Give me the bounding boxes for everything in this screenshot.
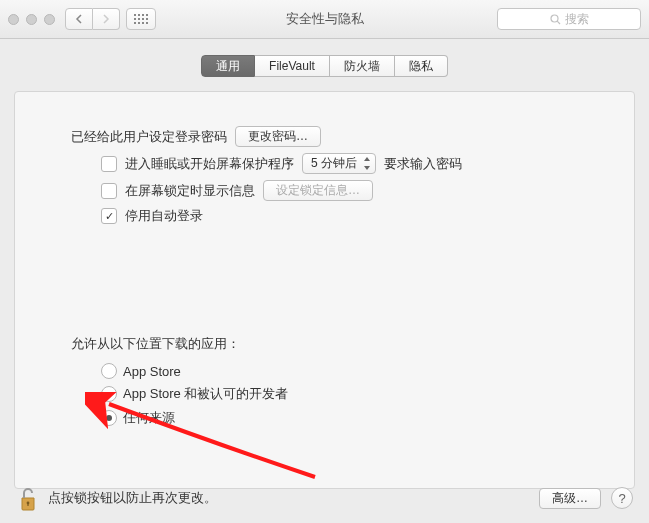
zoom-window-icon[interactable] — [44, 14, 55, 25]
search-placeholder: 搜索 — [565, 11, 589, 28]
disable-auto-login-label: 停用自动登录 — [125, 207, 203, 225]
svg-rect-9 — [138, 22, 140, 24]
password-set-label: 已经给此用户设定登录密码 — [71, 128, 227, 146]
search-icon — [550, 14, 561, 25]
svg-rect-7 — [146, 18, 148, 20]
tab-general[interactable]: 通用 — [201, 55, 255, 77]
svg-rect-4 — [134, 18, 136, 20]
search-input[interactable]: 搜索 — [497, 8, 641, 30]
download-sources-title: 允许从以下位置下载的应用： — [71, 335, 608, 353]
radio-anywhere-label: 任何来源 — [123, 409, 175, 427]
tab-label: 防火墙 — [344, 58, 380, 75]
forward-button[interactable] — [93, 8, 120, 30]
lock-message-checkbox[interactable] — [101, 183, 117, 199]
content-pane: 已经给此用户设定登录密码 更改密码… 进入睡眠或开始屏幕保护程序 5 分钟后 要… — [14, 91, 635, 489]
svg-point-12 — [551, 15, 558, 22]
change-password-button[interactable]: 更改密码… — [235, 126, 321, 147]
chevron-right-icon — [102, 14, 110, 24]
nav-buttons — [65, 8, 120, 30]
help-button[interactable]: ? — [611, 487, 633, 509]
close-window-icon[interactable] — [8, 14, 19, 25]
tab-label: FileVault — [269, 59, 315, 73]
tab-firewall[interactable]: 防火墙 — [330, 55, 395, 77]
require-password-label: 进入睡眠或开始屏幕保护程序 — [125, 155, 294, 173]
radio-identified-devs[interactable] — [101, 386, 117, 402]
lock-open-icon — [16, 484, 38, 512]
svg-rect-2 — [142, 14, 144, 16]
radio-anywhere[interactable] — [101, 410, 117, 426]
advanced-button[interactable]: 高级… — [539, 488, 601, 509]
footer: 点按锁按钮以防止再次更改。 高级… ? — [0, 473, 649, 523]
titlebar: 安全性与隐私 搜索 — [0, 0, 649, 39]
download-sources-section: 允许从以下位置下载的应用： App Store App Store 和被认可的开… — [41, 335, 608, 427]
radio-identified-devs-label: App Store 和被认可的开发者 — [123, 385, 288, 403]
svg-rect-5 — [138, 18, 140, 20]
lock-message-label: 在屏幕锁定时显示信息 — [125, 182, 255, 200]
tab-filevault[interactable]: FileVault — [255, 55, 330, 77]
svg-rect-10 — [142, 22, 144, 24]
disable-auto-login-checkbox[interactable] — [101, 208, 117, 224]
back-button[interactable] — [65, 8, 93, 30]
lock-text: 点按锁按钮以防止再次更改。 — [48, 489, 217, 507]
delay-select[interactable]: 5 分钟后 — [302, 153, 376, 174]
grid-icon — [134, 14, 148, 24]
tab-label: 通用 — [216, 58, 240, 75]
tab-label: 隐私 — [409, 58, 433, 75]
svg-rect-8 — [134, 22, 136, 24]
chevron-left-icon — [75, 14, 83, 24]
require-password-checkbox[interactable] — [101, 156, 117, 172]
svg-rect-6 — [142, 18, 144, 20]
help-icon: ? — [618, 491, 625, 506]
svg-rect-11 — [146, 22, 148, 24]
tab-bar: 通用 FileVault 防火墙 隐私 — [0, 55, 649, 77]
require-password-suffix: 要求输入密码 — [384, 155, 462, 173]
window-controls — [8, 14, 55, 25]
set-lock-message-button[interactable]: 设定锁定信息… — [263, 180, 373, 201]
svg-line-13 — [557, 21, 560, 24]
svg-rect-3 — [146, 14, 148, 16]
radio-app-store[interactable] — [101, 363, 117, 379]
radio-app-store-label: App Store — [123, 364, 181, 379]
svg-rect-1 — [138, 14, 140, 16]
lock-button[interactable] — [16, 484, 38, 512]
svg-rect-0 — [134, 14, 136, 16]
show-all-button[interactable] — [126, 8, 156, 30]
svg-rect-15 — [27, 503, 28, 506]
minimize-window-icon[interactable] — [26, 14, 37, 25]
tab-privacy[interactable]: 隐私 — [395, 55, 448, 77]
